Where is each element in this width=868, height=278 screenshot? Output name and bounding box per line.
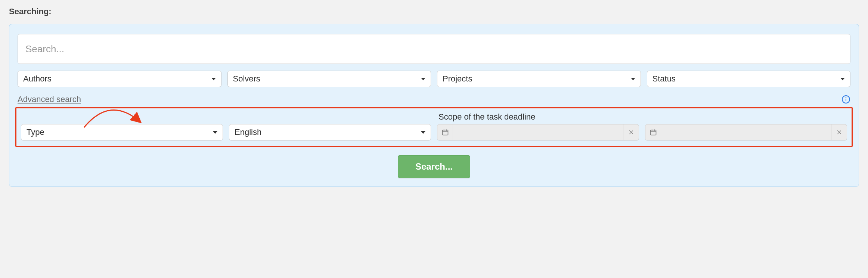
projects-dropdown[interactable]: Projects xyxy=(437,71,641,87)
calendar-icon xyxy=(645,124,661,140)
search-panel: Authors Solvers Projects Status Advanced… xyxy=(9,24,859,187)
caret-down-icon xyxy=(211,78,216,80)
status-dropdown[interactable]: Status xyxy=(647,71,851,87)
date-to-field[interactable] xyxy=(645,124,847,140)
page-heading: Searching: xyxy=(9,7,859,16)
search-button[interactable]: Search... xyxy=(398,155,470,178)
scope-label: Scope of the task deadline xyxy=(438,112,847,122)
status-dropdown-label: Status xyxy=(652,74,676,84)
solvers-dropdown-label: Solvers xyxy=(233,74,260,84)
caret-down-icon xyxy=(421,131,425,134)
search-input[interactable] xyxy=(18,34,850,64)
filter-row: Authors Solvers Projects Status xyxy=(18,71,850,87)
projects-dropdown-label: Projects xyxy=(443,74,472,84)
date-to-value xyxy=(661,124,831,140)
calendar-icon xyxy=(437,124,453,140)
clear-icon[interactable] xyxy=(623,124,639,140)
language-dropdown-label: English xyxy=(235,127,261,137)
date-from-field[interactable] xyxy=(437,124,639,140)
svg-rect-9 xyxy=(650,130,656,135)
language-dropdown[interactable]: English xyxy=(229,124,431,140)
info-icon[interactable] xyxy=(841,95,850,104)
clear-icon[interactable] xyxy=(831,124,847,140)
type-dropdown[interactable]: Type xyxy=(21,124,223,140)
type-dropdown-label: Type xyxy=(27,127,44,137)
caret-down-icon xyxy=(421,78,425,80)
advanced-section-highlight: Type English Scope of the task deadline xyxy=(15,107,853,147)
date-from-value xyxy=(453,124,623,140)
svg-rect-3 xyxy=(442,130,448,135)
svg-point-2 xyxy=(846,97,846,98)
caret-down-icon xyxy=(840,78,845,80)
caret-down-icon xyxy=(631,78,635,80)
authors-dropdown[interactable]: Authors xyxy=(18,71,221,87)
caret-down-icon xyxy=(213,131,217,134)
solvers-dropdown[interactable]: Solvers xyxy=(227,71,431,87)
authors-dropdown-label: Authors xyxy=(23,74,52,84)
advanced-search-link[interactable]: Advanced search xyxy=(18,95,81,104)
advanced-row: Advanced search xyxy=(18,95,850,104)
